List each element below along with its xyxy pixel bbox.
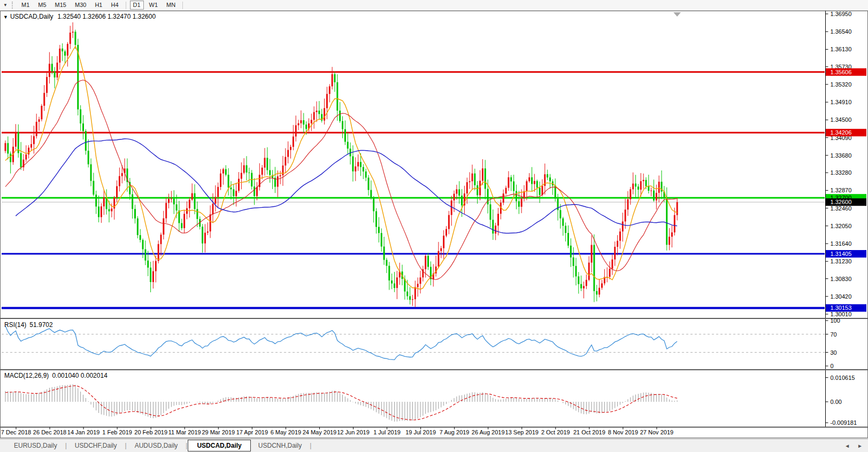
rsi-value: 51.9702 [29,321,52,329]
date-axis-label: 19 Jul 2019 [405,429,436,435]
chart-title-dropdown-icon[interactable]: ▼ [3,14,8,20]
price-level-badge: 1.30153 [831,305,852,311]
chart-window: 1.369501.365401.361301.357301.353201.349… [0,11,868,438]
date-axis-label: 11 Mar 2019 [168,429,201,435]
price-axis-tick: 1.31230 [831,258,852,264]
level-lines-layer [2,72,825,308]
macd-name: MACD(12,26,9) [4,372,49,379]
timeframe-button-m30[interactable]: M30 [72,1,89,10]
price-axis-tick: 1.36130 [831,46,852,52]
chart-ohlc-values: 1.32540 1.32606 1.32470 1.32600 [58,13,156,20]
price-level-badge: 1.32600 [831,199,852,205]
date-axis-label: 27 Nov 2019 [640,429,673,435]
price-axis-tick: 1.32460 [831,205,852,212]
date-axis-label: 8 Nov 2019 [608,429,638,435]
timeframe-button-w1[interactable]: W1 [146,1,162,10]
timeframe-button-d1[interactable]: D1 [130,1,144,10]
rsi-axis-tick: 0 [831,363,834,369]
timeframe-button-h1[interactable]: H1 [91,1,105,10]
price-level-badge: 1.31405 [831,251,852,257]
date-axis-label: 7 Aug 2019 [440,429,470,435]
tab-divider: | [65,442,67,449]
date-axis-label: 1 Jul 2019 [373,429,401,435]
ma-slow-line [16,139,677,233]
axes-layer: 1.369501.365401.361301.357301.353201.349… [1,11,866,435]
chart-background-layer [0,11,868,438]
indicator-panels-layer [2,326,825,422]
date-axis-label: 12 Jun 2019 [337,429,370,435]
rsi-axis-tick: 100 [831,317,840,324]
rsi-name: RSI(14) [4,321,26,329]
price-axis-tick: 1.31640 [831,240,852,247]
macd-axis-tick: 0.00 [831,399,842,405]
price-level-badge: 1.35606 [831,69,852,75]
timeframe-button-mn[interactable]: MN [163,1,179,10]
date-axis-label: 26 Dec 2018 [33,429,66,435]
date-axis-label: 17 Apr 2019 [236,429,268,435]
date-axis-label: 1 Feb 2019 [102,429,132,435]
tab-divider: | [310,442,311,449]
date-axis-label: 21 Oct 2019 [573,429,605,435]
macd-axis-tick: 0.010615 [831,375,855,381]
date-axis-label: 26 Aug 2019 [472,429,505,435]
tab-audusd-daily[interactable]: AUDUSD,Daily [127,440,186,451]
price-axis-tick: 1.33280 [831,169,852,176]
tab-divider: | [125,442,127,449]
date-axis-label: 29 Mar 2019 [202,429,235,435]
tab-usdchf-daily[interactable]: USDCHF,Daily [67,440,125,451]
tab-scroll-right-icon[interactable]: ► [857,443,863,449]
price-axis-tick: 1.34910 [831,99,852,105]
price-chart-canvas[interactable]: 1.369501.365401.361301.357301.353201.349… [0,11,868,438]
tab-scroll-nav: ◄ ► [844,443,863,449]
price-axis-tick: 1.30010 [831,311,852,317]
tab-scroll-left-icon[interactable]: ◄ [844,443,850,449]
timeframe-button-group: M1M5M15M30H1H4D1W1MN [17,1,186,10]
date-axis-label: 7 Dec 2018 [1,429,31,435]
timeframe-button-m5[interactable]: M5 [35,1,49,10]
chart-title: ▼USDCAD,Daily1.32540 1.32606 1.32470 1.3… [3,13,156,20]
macd-axis-tick: -0.009181 [831,419,857,426]
timeframe-toolbar: ▼ M1M5M15M30H1H4D1W1MN [0,0,868,11]
tab-divider: | [186,442,187,449]
timeframe-button-m15[interactable]: M15 [52,1,70,10]
price-axis-tick: 1.36950 [831,11,852,17]
chart-shift-marker [673,12,681,17]
chart-symbol-label: USDCAD,Daily [10,13,53,20]
moving-averages-layer [5,46,677,290]
date-axis-label: 13 Sep 2019 [505,429,539,435]
toolbar-separator [126,2,126,9]
macd-values: 0.001040 0.002014 [52,372,107,379]
macd-signal-line [5,386,677,420]
chart-list-dropdown-button[interactable]: ▼ [1,1,10,9]
tab-usdcad-daily[interactable]: USDCAD,Daily [188,440,250,451]
symbol-tabs: EURUSD,Daily|USDCHF,Daily|AUDUSD,Daily|U… [6,440,312,451]
macd-indicator-label: MACD(12,26,9)0.001040 0.002014 [4,372,107,379]
rsi-axis-tick: 30 [831,349,837,356]
price-axis-tick: 1.30830 [831,276,852,282]
tab-eurusd-daily[interactable]: EURUSD,Daily [6,440,65,451]
toolbar-grip[interactable] [12,2,14,9]
date-axis-label: 14 Jan 2019 [67,429,100,435]
ma-fast-line [5,46,677,290]
price-axis-tick: 1.32870 [831,187,852,193]
price-axis-tick: 1.30420 [831,293,852,300]
rsi-line [5,326,677,360]
price-axis-tick: 1.34500 [831,116,852,123]
candles-layer [5,22,678,307]
price-axis-tick: 1.36540 [831,28,852,35]
timeframe-button-m1[interactable]: M1 [18,1,33,10]
rsi-axis-tick: 70 [831,331,837,338]
date-axis-label: 24 May 2019 [303,429,337,435]
rsi-indicator-label: RSI(14)51.9702 [4,321,53,329]
date-axis-label: 6 May 2019 [271,429,301,435]
timeframe-button-h4[interactable]: H4 [107,1,121,10]
ma-mid-line [5,80,677,280]
price-axis-tick: 1.35320 [831,81,852,88]
price-level-badge: 1.34206 [831,129,852,136]
price-axis-tick: 1.33680 [831,152,852,159]
date-axis-label: 2 Oct 2019 [541,429,570,435]
date-axis-label: 20 Feb 2019 [134,429,167,435]
symbol-tab-bar: EURUSD,Daily|USDCHF,Daily|AUDUSD,Daily|U… [0,439,868,452]
tab-usdcnh-daily[interactable]: USDCNH,Daily [251,440,309,451]
price-axis-tick: 1.32050 [831,223,852,229]
